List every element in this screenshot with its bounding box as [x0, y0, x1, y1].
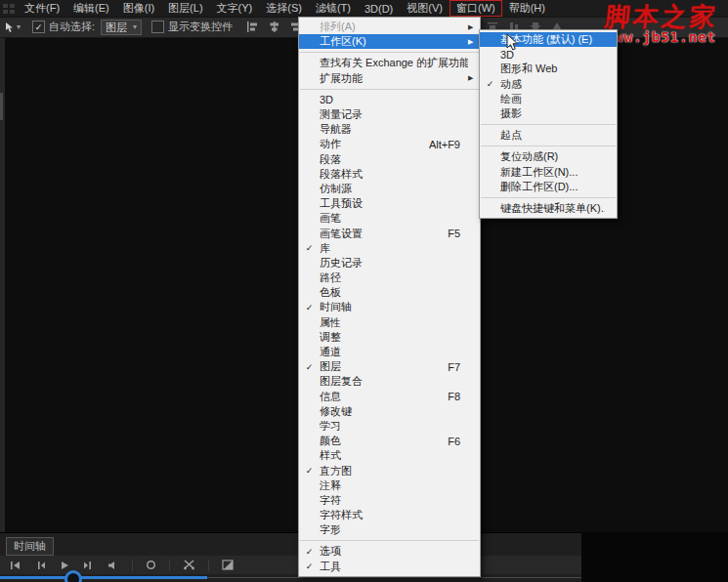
menu-item[interactable]: 信息F8: [299, 390, 480, 404]
tool-preset-caret-icon[interactable]: ▾: [17, 22, 21, 31]
menu-item[interactable]: 学习: [299, 419, 480, 434]
menu-item-label: 直方图: [320, 464, 468, 478]
menu-item-label: 样式: [320, 448, 468, 463]
menubar-item[interactable]: 选择(S): [259, 0, 309, 17]
menubar-item[interactable]: 编辑(E): [66, 0, 116, 17]
menu-item[interactable]: 复位动感(R): [480, 149, 617, 164]
workspace-submenu: 基本功能 (默认) (E)3D图形和 Web✓动感绘画摄影起点复位动感(R)新建…: [479, 29, 618, 219]
menu-item[interactable]: ✓选项: [299, 544, 480, 559]
menu-item-label: 选项: [320, 544, 468, 559]
record-icon[interactable]: [146, 560, 156, 570]
menu-item[interactable]: 3D: [480, 47, 617, 62]
menu-item[interactable]: 颜色F6: [299, 434, 480, 448]
timeline-progress-bar[interactable]: [0, 576, 207, 579]
menu-item-label: 通道: [320, 345, 468, 359]
menu-item-label: 图层复合: [320, 374, 468, 389]
menubar-item[interactable]: 文件(F): [18, 0, 66, 17]
menu-item-label: 摄影: [500, 106, 605, 121]
menu-item[interactable]: 图层复合: [299, 374, 480, 389]
go-to-first-frame-icon[interactable]: [10, 561, 21, 570]
menu-item[interactable]: 修改键: [299, 404, 480, 419]
menubar-item[interactable]: 视图(V): [400, 0, 450, 17]
scrubber-knob[interactable]: [64, 570, 82, 582]
menu-item[interactable]: 摄影: [480, 106, 617, 121]
menu-item[interactable]: 查找有关 Exchange 的扩展功能...: [299, 56, 480, 70]
menubar-item[interactable]: 窗口(W): [450, 0, 502, 17]
menu-item[interactable]: 通道: [299, 345, 480, 359]
menu-item-label: 色板: [320, 285, 468, 300]
menubar-item[interactable]: 图像(I): [116, 0, 161, 17]
menu-item[interactable]: 工作区(K)▶: [299, 34, 480, 49]
menu-item-label: 颜色: [320, 434, 438, 448]
shortcut-label: F5: [448, 228, 468, 239]
menu-item[interactable]: 属性: [299, 315, 480, 330]
auto-select-target-dropdown[interactable]: 图层 ▾: [101, 20, 142, 35]
align-horizontal-centers-icon[interactable]: [268, 21, 280, 33]
move-tool-icon[interactable]: [4, 21, 15, 33]
menu-item[interactable]: 字符: [299, 493, 480, 508]
menu-item[interactable]: 基本功能 (默认) (E): [480, 32, 617, 47]
split-icon[interactable]: [183, 560, 195, 570]
menu-item[interactable]: 键盘快捷键和菜单(K)...: [480, 201, 617, 216]
show-transform-checkbox[interactable]: [151, 21, 164, 33]
menubar-item[interactable]: 帮助(H): [502, 0, 552, 17]
menu-item[interactable]: ✓时间轴: [299, 300, 480, 314]
menu-item[interactable]: 路径: [299, 270, 480, 285]
menu-item[interactable]: 3D: [299, 93, 480, 107]
menu-item-label: 画笔: [320, 211, 468, 226]
menu-item-label: 工具预设: [320, 196, 468, 211]
menu-item[interactable]: 绘画: [480, 92, 617, 106]
menu-item[interactable]: 动作Alt+F9: [299, 137, 480, 151]
menu-item-label: 字符: [320, 493, 468, 508]
align-left-edges-icon[interactable]: [246, 21, 259, 33]
menu-item-label: 3D: [320, 94, 468, 105]
menu-item[interactable]: 删除工作区(D)...: [480, 180, 617, 194]
menu-item[interactable]: ✓图层F7: [299, 359, 480, 374]
menu-item[interactable]: 导航器: [299, 122, 480, 137]
menu-item[interactable]: 仿制源: [299, 182, 480, 196]
menu-item[interactable]: 图形和 Web: [480, 62, 617, 76]
menu-item[interactable]: 色板: [299, 285, 480, 300]
menu-item-label: 注释: [320, 478, 468, 493]
menu-item-label: 图层: [320, 359, 438, 374]
chevron-down-icon: ▾: [133, 21, 137, 34]
menu-item[interactable]: ✓库: [299, 241, 480, 256]
menu-divider: [300, 89, 479, 90]
menu-item[interactable]: 扩展功能▶: [299, 71, 480, 86]
shortcut-label: F7: [448, 361, 468, 373]
menu-item[interactable]: 段落样式: [299, 167, 480, 182]
menu-item[interactable]: 字形: [299, 522, 480, 537]
menubar-item[interactable]: 滤镜(T): [309, 0, 358, 17]
menu-divider: [481, 146, 616, 146]
menu-item[interactable]: 起点: [480, 128, 617, 143]
menu-item-label: 查找有关 Exchange 的扩展功能...: [320, 56, 468, 70]
menu-item[interactable]: 调整: [299, 330, 480, 345]
menu-item[interactable]: 字符样式: [299, 508, 480, 522]
menu-item-label: 段落样式: [320, 167, 468, 182]
auto-select-checkbox[interactable]: ✓: [32, 21, 45, 33]
menubar-item[interactable]: 文字(Y): [210, 0, 260, 17]
menu-item[interactable]: 段落: [299, 152, 480, 167]
menu-item[interactable]: 画笔: [299, 211, 480, 226]
menu-item[interactable]: 历史记录: [299, 256, 480, 270]
menu-item[interactable]: 画笔设置F5: [299, 226, 480, 240]
next-frame-icon[interactable]: [83, 561, 95, 570]
menu-item[interactable]: 测量记录: [299, 107, 480, 122]
menu-item[interactable]: 工具预设: [299, 196, 480, 211]
transition-icon[interactable]: [222, 560, 234, 570]
menubar-item[interactable]: 3D(D): [358, 2, 400, 16]
menu-item[interactable]: 新建工作区(N)...: [480, 165, 617, 180]
panel-handle[interactable]: [0, 93, 3, 120]
menu-item[interactable]: 注释: [299, 478, 480, 493]
play-icon[interactable]: [59, 561, 70, 570]
menu-item[interactable]: ✓动感: [480, 77, 617, 92]
menu-item[interactable]: ✓直方图: [299, 463, 480, 478]
previous-frame-icon[interactable]: [34, 561, 46, 570]
menu-item[interactable]: 排列(A)▶: [299, 20, 480, 34]
menu-item[interactable]: 样式: [299, 448, 480, 463]
menubar-item[interactable]: 图层(L): [161, 0, 209, 17]
menu-item[interactable]: ✓工具: [299, 560, 480, 574]
timeline-tab[interactable]: 时间轴: [6, 537, 54, 556]
checkmark-icon: ✓: [299, 243, 320, 253]
audio-icon[interactable]: [107, 561, 119, 570]
